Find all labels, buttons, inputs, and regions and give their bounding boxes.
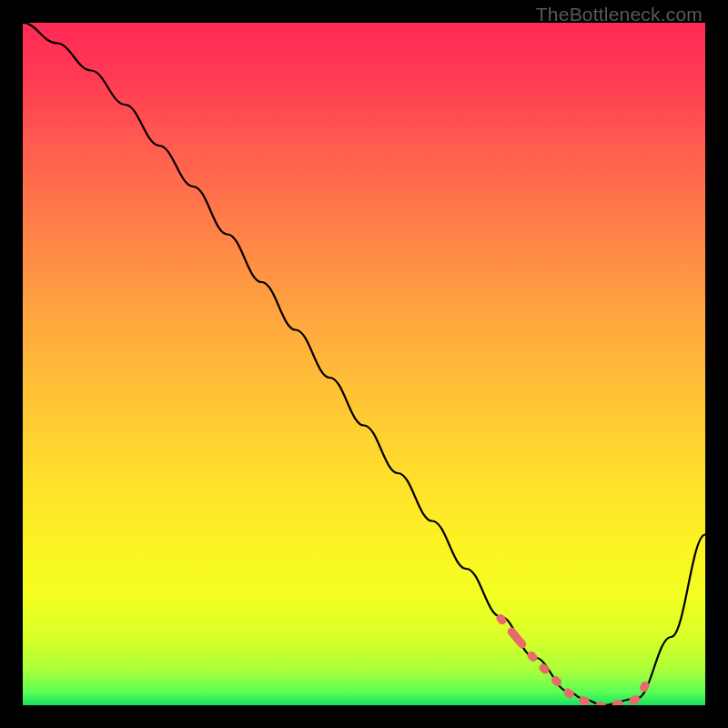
plot-area bbox=[23, 23, 705, 705]
chart-svg bbox=[23, 23, 705, 705]
outer-frame: TheBottleneck.com bbox=[0, 0, 728, 728]
bottleneck-curve bbox=[23, 23, 705, 705]
optimal-zone-dashes bbox=[500, 619, 651, 706]
